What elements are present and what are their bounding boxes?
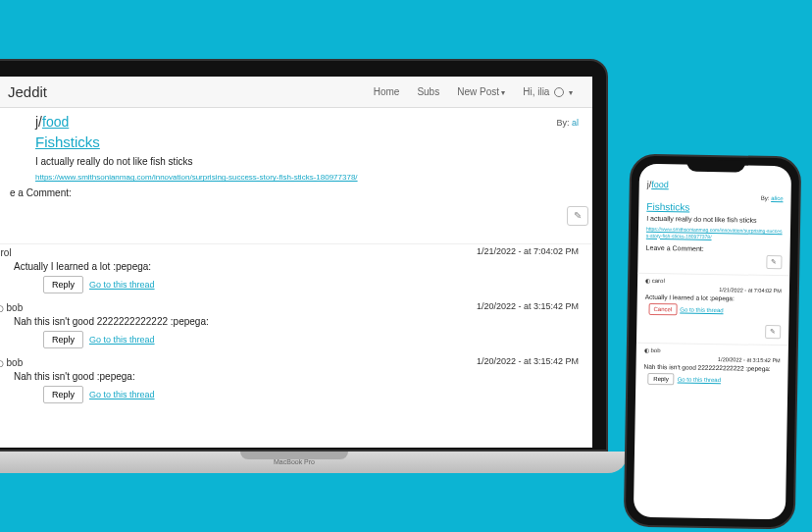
- comment-user: carol: [645, 277, 782, 286]
- reply-button[interactable]: Reply: [43, 331, 83, 348]
- nav-links: Home Subs New Post Hi, ilia: [366, 82, 581, 101]
- phone-post-link[interactable]: https://www.smithsonianmag.com/innovatio…: [646, 226, 783, 240]
- send-comment-button[interactable]: ✎: [567, 206, 588, 226]
- laptop-bezel: Jeddit Home Subs New Post Hi, ilia By: a…: [0, 59, 608, 452]
- thread-link[interactable]: Go to this thread: [680, 306, 723, 313]
- comment-body: Actually I learned a lot :pepega:: [14, 261, 579, 272]
- comment-item: 1/20/2022 - at 3:15:42 PM bob Nah this i…: [0, 356, 579, 403]
- comment-item: 1/20/2022 - at 3:15:42 PM bob Nah this i…: [0, 301, 579, 348]
- phone-send-button[interactable]: ✎: [766, 255, 782, 269]
- comment-actions: Reply Go to this thread: [43, 331, 579, 348]
- laptop-screen: Jeddit Home Subs New Post Hi, ilia By: a…: [0, 77, 592, 448]
- comment-item: 1/21/2022 - at 7:04:02 PM rol Actually I…: [0, 246, 579, 293]
- leave-comment-label: e a Comment:: [10, 187, 579, 198]
- comment-date: 1/21/2022 - at 7:04:02 PM: [477, 246, 579, 256]
- comment-actions: Cancel Go to this thread: [648, 303, 781, 317]
- reply-button[interactable]: Reply: [43, 276, 83, 293]
- comment-date: 1/20/2022 - at 3:15:42 PM: [477, 301, 579, 311]
- divider: [637, 273, 789, 277]
- sub-link[interactable]: food: [42, 114, 69, 130]
- post-author-link[interactable]: alice: [771, 195, 783, 201]
- phone-device: j/food By: alice Fishsticks I actually r…: [624, 154, 802, 530]
- thread-link[interactable]: Go to this thread: [89, 280, 155, 290]
- comment-body: Nah this isn't good :pepega:: [14, 371, 579, 382]
- post-body-text: I actually really do not like fish stick…: [35, 156, 579, 167]
- comments-list: 1/21/2022 - at 7:04:02 PM rol Actually I…: [0, 244, 592, 403]
- comment-input-box[interactable]: ✎: [0, 202, 592, 236]
- sub-prefix: j/: [35, 114, 42, 130]
- nav-greeting: Hi, ilia: [523, 86, 549, 97]
- phone-post-body: I actually really do not like fish stick…: [646, 215, 783, 224]
- thread-link[interactable]: Go to this thread: [89, 390, 155, 399]
- post-title-link[interactable]: Fishsticks: [35, 133, 100, 150]
- laptop-base: MacBook Pro: [0, 452, 628, 473]
- reply-button[interactable]: Reply: [647, 373, 675, 385]
- nav-user-menu[interactable]: Hi, ilia: [515, 82, 581, 101]
- brand-logo[interactable]: Jeddit: [8, 83, 47, 100]
- comment-actions: Reply Go to this thread: [43, 276, 579, 293]
- comment-actions: Reply Go to this thread: [43, 386, 579, 403]
- sub-heading: j/food: [35, 114, 579, 130]
- comment-body: Actually I learned a lot :pepega:: [645, 293, 782, 302]
- nav-home[interactable]: Home: [366, 82, 408, 101]
- phone-sub-heading: j/food: [647, 180, 784, 191]
- comment-date: 1/20/2022 - at 3:15:42 PM: [644, 355, 781, 363]
- thread-link[interactable]: Go to this thread: [678, 376, 721, 383]
- nav-subs[interactable]: Subs: [409, 82, 447, 101]
- divider: [636, 343, 788, 346]
- phone-notch: [686, 160, 745, 173]
- phone-comment-item: carol 1/21/2022 - at 7:04:02 PM Actually…: [644, 277, 782, 317]
- phone-screen: j/food By: alice Fishsticks I actually r…: [634, 164, 791, 520]
- phone-comment-item: bob 1/20/2022 - at 3:15:42 PM Nah this i…: [643, 346, 781, 387]
- reply-button[interactable]: Reply: [43, 386, 83, 403]
- comment-body: Nah this isn't good 2222222222222 :pepeg…: [643, 363, 780, 372]
- post-area: By: al j/food Fishsticks I actually real…: [0, 108, 592, 244]
- post-author-link[interactable]: al: [572, 118, 579, 128]
- nav-newpost[interactable]: New Post: [449, 82, 513, 101]
- thread-link[interactable]: Go to this thread: [89, 335, 155, 345]
- laptop-device: Jeddit Home Subs New Post Hi, ilia By: a…: [0, 59, 628, 481]
- laptop-label: MacBook Pro: [274, 458, 315, 465]
- comment-user: bob: [0, 302, 23, 313]
- phone-reply-box[interactable]: ✎: [644, 323, 781, 339]
- comment-date: 1/21/2022 - at 7:04:02 PM: [645, 286, 782, 293]
- post-external-link[interactable]: https://www.smithsonianmag.com/innovatio…: [35, 173, 579, 182]
- phone-comment-box[interactable]: ✎: [645, 253, 782, 269]
- byline-prefix: By:: [761, 195, 771, 201]
- cancel-button[interactable]: Cancel: [648, 303, 677, 315]
- sub-link[interactable]: food: [651, 180, 669, 189]
- comment-date: 1/20/2022 - at 3:15:42 PM: [477, 356, 579, 366]
- phone-byline: By: alice: [647, 193, 784, 201]
- navbar: Jeddit Home Subs New Post Hi, ilia: [0, 77, 592, 108]
- phone-leave-label: Leave a Comment:: [646, 244, 783, 253]
- phone-send-button[interactable]: ✎: [765, 325, 781, 339]
- comment-actions: Reply Go to this thread: [647, 373, 780, 387]
- comment-body: Nah this isn't good 2222222222222 :pepeg…: [14, 316, 579, 327]
- byline-prefix: By:: [556, 118, 572, 128]
- comment-user: bob: [0, 357, 23, 368]
- phone-post-title[interactable]: Fishsticks: [646, 201, 689, 213]
- user-icon: [554, 87, 564, 97]
- comment-user: rol: [0, 247, 12, 258]
- post-byline: By: al: [556, 118, 579, 128]
- comment-user: bob: [644, 346, 781, 355]
